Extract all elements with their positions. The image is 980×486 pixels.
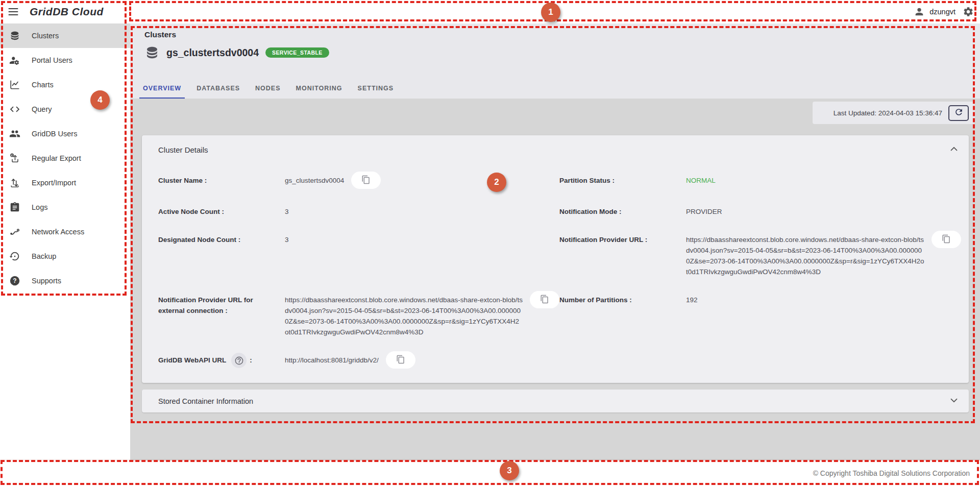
copy-button[interactable] <box>351 172 381 189</box>
tab-label: OVERVIEW <box>143 85 181 92</box>
menu-toggle-button[interactable] <box>7 6 19 18</box>
database-icon <box>9 30 20 41</box>
sidebar-item-label: Backup <box>32 252 56 260</box>
expand-button[interactable] <box>948 395 960 407</box>
field-label: Number of Partitions : <box>559 295 686 305</box>
backup-icon <box>9 251 20 262</box>
field-label: GridDB WebAPI URL: <box>158 355 285 366</box>
detail-field: Notification Provider URL for external c… <box>158 295 559 337</box>
tab-settings[interactable]: SETTINGS <box>350 78 402 99</box>
copy-button[interactable] <box>932 231 961 248</box>
card-header: Cluster Details <box>142 135 969 156</box>
field-value: 3 <box>285 234 289 245</box>
tab-monitoring[interactable]: MONITORING <box>288 78 350 99</box>
collapse-button[interactable] <box>948 143 960 156</box>
sidebar-item-charts[interactable]: Charts <box>0 72 130 97</box>
field-label: Notification Provider URL for external c… <box>158 295 285 316</box>
help-icon[interactable] <box>231 353 247 368</box>
last-updated-bar: Last Updated: 2024-04-03 15:36:47 <box>813 102 975 124</box>
app-logo: GridDB Cloud <box>30 0 104 23</box>
tab-nodes[interactable]: NODES <box>248 78 288 99</box>
footer: © Copyright Toshiba Digital Solutions Co… <box>0 460 980 486</box>
griddb-cloud-app: GridDB Cloud dzungvt Clusters Portal Use… <box>0 0 980 486</box>
sidebar-item-logs[interactable]: Logs <box>0 195 130 220</box>
copy-icon <box>942 234 951 245</box>
copy-icon <box>540 295 549 305</box>
copy-button[interactable] <box>530 291 559 308</box>
export-import-icon <box>9 177 20 188</box>
chevron-up-icon <box>948 143 960 156</box>
top-header: GridDB Cloud dzungvt <box>0 0 980 23</box>
query-icon <box>9 104 20 115</box>
tab-overview[interactable]: OVERVIEW <box>135 78 189 99</box>
tab-label: SETTINGS <box>358 85 394 92</box>
sidebar-item-label: GridDB Users <box>32 130 77 138</box>
logs-icon <box>9 202 20 213</box>
copy-button[interactable] <box>386 351 415 369</box>
tab-databases[interactable]: DATABASES <box>189 78 248 99</box>
refresh-button[interactable] <box>948 105 969 121</box>
cluster-details-card: Cluster Details Cluster Name : gs_cluste… <box>142 135 969 383</box>
sidebar-item-label: Charts <box>32 81 54 89</box>
tab-bar: OVERVIEWDATABASESNODESMONITORINGSETTINGS <box>130 78 401 99</box>
sidebar-item-label: Portal Users <box>32 56 72 64</box>
account-area: dzungvt <box>914 0 974 23</box>
field-label: Active Node Count : <box>158 206 285 217</box>
field-value: gs_clustertsdv0004 <box>285 175 344 186</box>
detail-field: Cluster Name : gs_clustertsdv0004 <box>158 175 559 189</box>
detail-field: Active Node Count : 3 <box>158 206 559 217</box>
tab-label: MONITORING <box>296 85 342 92</box>
cluster-title-row: gs_clustertsdv0004 SERVICE_STABLE <box>144 45 329 60</box>
sidebar-item-network-access[interactable]: Network Access <box>0 220 130 244</box>
chevron-down-icon <box>948 395 960 407</box>
section-title: Stored Container Information <box>158 397 253 405</box>
field-value: 3 <box>285 206 289 217</box>
sidebar-item-clusters[interactable]: Clusters <box>0 23 130 48</box>
detail-field: GridDB WebAPI URL: http://localhost:8081… <box>158 355 559 369</box>
last-updated-text: Last Updated: 2024-04-03 15:36:47 <box>834 109 942 117</box>
portal-users-icon <box>9 55 20 66</box>
network-access-icon <box>9 226 20 237</box>
charts-icon <box>9 79 20 90</box>
field-label: Cluster Name : <box>158 175 285 186</box>
sidebar: Clusters Portal Users Charts Query GridD… <box>0 23 130 460</box>
stored-container-bar[interactable]: Stored Container Information <box>142 390 969 412</box>
gear-icon <box>963 6 974 17</box>
tab-label: NODES <box>255 85 280 92</box>
sidebar-item-supports[interactable]: ? Supports <box>0 269 130 293</box>
sidebar-item-export-import[interactable]: Export/Import <box>0 171 130 195</box>
cluster-details-grid: Cluster Name : gs_clustertsdv0004 Partit… <box>158 175 962 369</box>
griddb-users-icon <box>9 128 20 139</box>
detail-field: Partition Status : NORMAL <box>559 175 962 189</box>
field-label: Notification Provider URL : <box>559 234 686 245</box>
sidebar-item-label: Clusters <box>32 32 59 40</box>
field-value: http://localhost:8081/griddb/v2/ <box>285 355 379 366</box>
breadcrumb: Clusters <box>144 30 176 39</box>
sidebar-item-portal-users[interactable]: Portal Users <box>0 48 130 72</box>
sidebar-item-griddb-users[interactable]: GridDB Users <box>0 121 130 146</box>
settings-button[interactable] <box>963 6 974 17</box>
cluster-name: gs_clustertsdv0004 <box>166 47 259 59</box>
svg-text:?: ? <box>13 277 16 284</box>
empty-cell <box>559 355 962 369</box>
field-label: Partition Status : <box>559 175 686 186</box>
field-label: Designated Node Count : <box>158 234 285 245</box>
detail-field: Designated Node Count : 3 <box>158 234 559 277</box>
regular-export-icon <box>9 153 20 164</box>
copy-icon <box>396 355 405 366</box>
sidebar-item-query[interactable]: Query <box>0 97 130 121</box>
field-value: https://dbaasshareextconst.blob.core.win… <box>686 234 924 277</box>
sidebar-item-label: Query <box>32 105 52 113</box>
detail-field: Number of Partitions : 192 <box>559 295 962 337</box>
sidebar-item-label: Supports <box>32 277 61 285</box>
detail-field: Notification Mode : PROVIDER <box>559 206 962 217</box>
sidebar-item-backup[interactable]: Backup <box>0 244 130 269</box>
sidebar-item-label: Regular Export <box>32 154 81 162</box>
card-title: Cluster Details <box>158 145 208 154</box>
sidebar-item-regular-export[interactable]: Regular Export <box>0 146 130 171</box>
copyright-text: © Copyright Toshiba Digital Solutions Co… <box>813 469 970 477</box>
field-label: Notification Mode : <box>559 206 686 217</box>
sidebar-item-label: Export/Import <box>32 179 76 187</box>
supports-icon: ? <box>9 275 20 286</box>
account-button[interactable]: dzungvt <box>914 6 955 17</box>
